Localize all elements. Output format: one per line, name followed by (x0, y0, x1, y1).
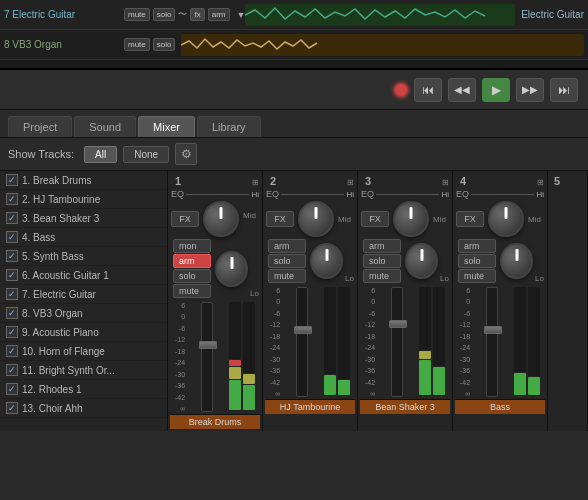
channel-2-mute-btn[interactable]: mute (268, 269, 306, 283)
end-btn[interactable]: ⏭ (550, 78, 578, 102)
channel-4-arm-btn[interactable]: arm (458, 239, 496, 253)
channel-4-expand[interactable]: ⊞ (537, 178, 544, 187)
filter-all-btn[interactable]: All (84, 146, 117, 163)
channel-1-eq-knob[interactable] (203, 201, 239, 237)
channel-1-mon-btn[interactable]: mon (173, 239, 211, 253)
channel-2-expand[interactable]: ⊞ (347, 178, 354, 187)
track-item-4[interactable]: ✓ 4. Bass (0, 228, 167, 247)
track-item-10[interactable]: ✓ 10. Horn of Flange (0, 342, 167, 361)
track-5-label: 5. Synth Bass (22, 251, 84, 262)
track-8-solo[interactable]: solo (153, 38, 176, 51)
track-7-check[interactable]: ✓ (6, 288, 18, 300)
channel-1-mute-btn[interactable]: mute (173, 284, 211, 298)
channel-2-fx-btn[interactable]: FX (266, 211, 294, 227)
track-7-mute[interactable]: mute (124, 8, 150, 21)
channel-3-fader-area: 6 0 -6 -12 -18 -24 -30 -36 -42 ∞ (361, 287, 449, 397)
track-13-check[interactable]: ✓ (6, 402, 18, 414)
track-8-waveform-svg (181, 34, 584, 56)
channel-1-mid-label: Mid (243, 210, 256, 219)
track-7-solo[interactable]: solo (153, 8, 176, 21)
vu-green-1 (229, 380, 241, 410)
channel-2-fader-handle[interactable] (294, 326, 312, 334)
track-item-2[interactable]: ✓ 2. HJ Tambourine (0, 190, 167, 209)
channel-2-solo-btn[interactable]: solo (268, 254, 306, 268)
track-item-3[interactable]: ✓ 3. Bean Shaker 3 (0, 209, 167, 228)
channel-2-mid-label: Mid (338, 215, 351, 224)
track-item-9[interactable]: ✓ 9. Acoustic Piano (0, 323, 167, 342)
track-item-12[interactable]: ✓ 12. Rhodes 1 (0, 380, 167, 399)
channel-4-vol-knob[interactable] (500, 243, 533, 279)
tab-project[interactable]: Project (8, 116, 72, 137)
channel-1-fader-handle[interactable] (199, 341, 217, 349)
track-4-check[interactable]: ✓ (6, 231, 18, 243)
channel-3-fader-track[interactable] (391, 287, 403, 397)
track-8-check[interactable]: ✓ (6, 307, 18, 319)
track-1-check[interactable]: ✓ (6, 174, 18, 186)
channel-4-fader-handle[interactable] (484, 326, 502, 334)
track-9-check[interactable]: ✓ (6, 326, 18, 338)
channel-1-vol-knob[interactable] (215, 251, 248, 287)
channel-3-lo-label: Lo (440, 274, 449, 283)
channel-2-eq-knob[interactable] (298, 201, 334, 237)
track-4-label: 4. Bass (22, 232, 55, 243)
channel-3-expand[interactable]: ⊞ (442, 178, 449, 187)
track-item-8[interactable]: ✓ 8. VB3 Organ (0, 304, 167, 323)
channel-3-fx-btn[interactable]: FX (361, 211, 389, 227)
channel-3-fader-handle[interactable] (389, 320, 407, 328)
channel-2-arm-btn[interactable]: arm (268, 239, 306, 253)
track-3-label: 3. Bean Shaker 3 (22, 213, 99, 224)
channel-4-solo-btn[interactable]: solo (458, 254, 496, 268)
channel-3-solo-btn[interactable]: solo (363, 254, 401, 268)
channel-2-fader-track[interactable] (296, 287, 308, 397)
filter-none-btn[interactable]: None (123, 146, 169, 163)
track-8-mute[interactable]: mute (124, 38, 150, 51)
vu-green-1r (243, 385, 255, 410)
rewind-btn[interactable]: ⏮ (414, 78, 442, 102)
channel-2-vol-knob[interactable] (310, 243, 343, 279)
channel-2-db-labels: 6 0 -6 -12 -18 -24 -30 -36 -42 ∞ (270, 287, 280, 397)
channel-1-solo-btn[interactable]: solo (173, 269, 211, 283)
track-12-check[interactable]: ✓ (6, 383, 18, 395)
track-7-fx[interactable]: fx (190, 8, 204, 21)
track-item-13[interactable]: ✓ 13. Choir Ahh (0, 399, 167, 418)
channel-3-vol-knob[interactable] (405, 243, 438, 279)
track-item-7[interactable]: ✓ 7. Electric Guitar (0, 285, 167, 304)
channel-3-arm-btn[interactable]: arm (363, 239, 401, 253)
back-btn[interactable]: ◀◀ (448, 78, 476, 102)
channel-1-fader-track[interactable] (201, 302, 213, 412)
track-7-arm[interactable]: arm (208, 8, 230, 21)
channel-3-mute-btn[interactable]: mute (363, 269, 401, 283)
channel-4-eq-knob[interactable] (488, 201, 524, 237)
channel-1-fx-btn[interactable]: FX (171, 211, 199, 227)
channel-2-footer: HJ Tambourine (265, 399, 355, 414)
track-7-dropdown[interactable]: ▼ (237, 10, 246, 20)
track-6-check[interactable]: ✓ (6, 269, 18, 281)
tab-library[interactable]: Library (197, 116, 261, 137)
tab-sound[interactable]: Sound (74, 116, 136, 137)
channel-4-fader-track[interactable] (486, 287, 498, 397)
track-item-11[interactable]: ✓ 11. Bright Synth Or... (0, 361, 167, 380)
channel-4-eq-line (471, 194, 534, 195)
play-btn[interactable]: ▶ (482, 78, 510, 102)
channel-1-arm-btn[interactable]: arm (173, 254, 211, 268)
vu-y-3l (419, 351, 431, 359)
track-5-check[interactable]: ✓ (6, 250, 18, 262)
track-2-check[interactable]: ✓ (6, 193, 18, 205)
channel-1-expand[interactable]: ⊞ (252, 178, 259, 187)
track-3-check[interactable]: ✓ (6, 212, 18, 224)
tab-mixer[interactable]: Mixer (138, 116, 195, 137)
track-item-1[interactable]: ✓ 1. Break Drums (0, 171, 167, 190)
vu-d-4r (528, 287, 540, 376)
track-10-check[interactable]: ✓ (6, 345, 18, 357)
track-item-6[interactable]: ✓ 6. Acoustic Guitar 1 (0, 266, 167, 285)
track-9-label: 9. Acoustic Piano (22, 327, 99, 338)
channel-4-vu-r (528, 287, 540, 395)
forward-btn[interactable]: ▶▶ (516, 78, 544, 102)
track-11-check[interactable]: ✓ (6, 364, 18, 376)
vu-d-2r (338, 287, 350, 379)
channel-4-fx-btn[interactable]: FX (456, 211, 484, 227)
track-item-5[interactable]: ✓ 5. Synth Bass (0, 247, 167, 266)
channel-4-mute-btn[interactable]: mute (458, 269, 496, 283)
settings-btn[interactable]: ⚙ (175, 143, 197, 165)
channel-3-eq-knob[interactable] (393, 201, 429, 237)
